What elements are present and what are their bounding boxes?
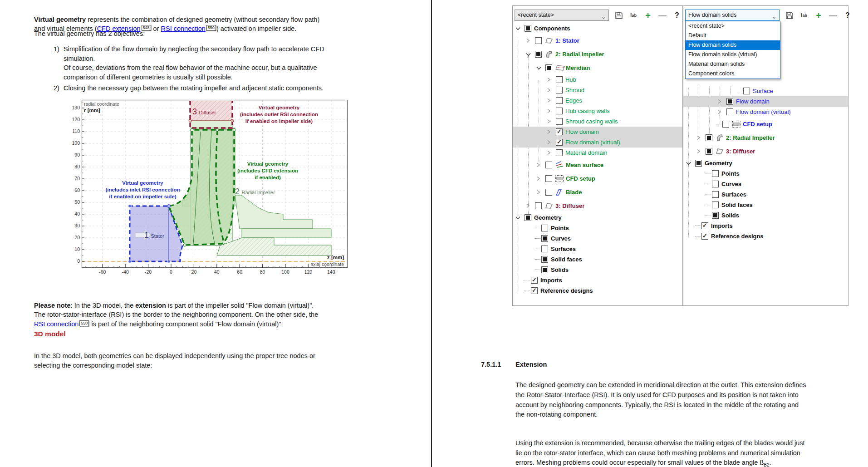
- checkbox[interactable]: [706, 148, 712, 155]
- chevron-closed-icon[interactable]: [536, 162, 545, 168]
- checkbox[interactable]: [535, 51, 542, 58]
- checkbox[interactable]: [556, 118, 563, 125]
- chevron-closed-icon[interactable]: [526, 202, 535, 209]
- chevron-closed-icon[interactable]: [717, 98, 726, 105]
- chevron-closed-icon[interactable]: [536, 175, 545, 182]
- tree-item-cfd-setup[interactable]: CFD setup: [683, 117, 848, 131]
- tree-item-points[interactable]: Points: [683, 168, 848, 179]
- remove-icon[interactable]: —: [657, 10, 668, 20]
- checkbox[interactable]: [531, 277, 538, 284]
- tree-item-1-stator[interactable]: 1: Stator: [513, 34, 682, 47]
- page-ref-badge[interactable]: 550: [79, 320, 89, 326]
- checkbox[interactable]: [726, 108, 733, 115]
- chevron-closed-icon[interactable]: [717, 109, 726, 115]
- checkbox[interactable]: [535, 37, 542, 44]
- chevron-open-icon[interactable]: [526, 51, 535, 57]
- checkbox[interactable]: [701, 233, 708, 240]
- tree-item-curves[interactable]: Curves: [683, 179, 848, 189]
- checkbox[interactable]: [535, 202, 542, 209]
- tree-item-hub-casing-walls[interactable]: Hub casing walls: [513, 106, 682, 116]
- tree-item-flow-domain-virtual[interactable]: Flow domain (virtual): [513, 137, 682, 147]
- tree-item-shroud-casing-walls[interactable]: Shroud casing walls: [513, 116, 682, 127]
- tree-item-mean-surface[interactable]: Mean surface: [513, 158, 682, 172]
- tree-item-curves[interactable]: Curves: [513, 233, 682, 244]
- dropdown-option[interactable]: Default: [686, 31, 780, 40]
- checkbox[interactable]: [525, 214, 531, 221]
- tree-item-flow-domain-virtual[interactable]: Flow domain (virtual): [683, 107, 848, 117]
- checkbox[interactable]: [545, 189, 552, 196]
- tree-item-solids[interactable]: Solids: [513, 265, 682, 275]
- rename-icon[interactable]: Iab: [628, 10, 639, 20]
- tree-item-meridian[interactable]: Meridian: [513, 61, 682, 74]
- checkbox[interactable]: [531, 287, 538, 294]
- checkbox[interactable]: [556, 139, 563, 146]
- tree-item-imports[interactable]: Imports: [513, 275, 682, 285]
- chevron-closed-icon[interactable]: [696, 148, 706, 154]
- rename-icon[interactable]: Iab: [799, 10, 809, 20]
- chevron-closed-icon[interactable]: [536, 189, 545, 195]
- tree-item-hub[interactable]: Hub: [513, 74, 682, 85]
- tree-item-solid-faces[interactable]: Solid faces: [513, 254, 682, 265]
- chevron-closed-icon[interactable]: [696, 134, 706, 141]
- tree-item-flow-domain[interactable]: Flow domain: [683, 96, 848, 107]
- chevron-closed-icon[interactable]: [547, 108, 556, 114]
- chevron-closed-icon[interactable]: [547, 139, 556, 146]
- checkbox[interactable]: [712, 212, 719, 219]
- checkbox[interactable]: [556, 76, 563, 83]
- tree-item-geometry[interactable]: Geometry: [683, 158, 848, 168]
- tree-item-blade[interactable]: Blade: [513, 185, 682, 199]
- chevron-closed-icon[interactable]: [526, 37, 535, 44]
- dropdown-option[interactable]: Component colors: [686, 69, 780, 79]
- save-icon[interactable]: [613, 10, 624, 20]
- chevron-open-icon[interactable]: [686, 160, 695, 167]
- checkbox[interactable]: [545, 175, 552, 182]
- checkbox[interactable]: [743, 88, 750, 94]
- chevron-open-icon[interactable]: [515, 25, 525, 32]
- tree-item-shroud[interactable]: Shroud: [513, 85, 682, 95]
- chevron-closed-icon[interactable]: [547, 77, 556, 83]
- tree-item-2-radial-impeller[interactable]: 2: Radial Impeller: [683, 131, 848, 144]
- tree-item-material-domain[interactable]: Material domain: [513, 147, 682, 158]
- checkbox[interactable]: [541, 235, 548, 242]
- state-selector-1[interactable]: <recent state> ⌄: [515, 10, 609, 21]
- checkbox[interactable]: [556, 108, 563, 114]
- checkbox[interactable]: [556, 149, 563, 156]
- tree-item-3-diffuser[interactable]: 3: Diffuser: [513, 199, 682, 212]
- chevron-closed-icon[interactable]: [547, 98, 556, 104]
- help-icon[interactable]: ?: [672, 10, 682, 20]
- checkbox[interactable]: [541, 225, 548, 231]
- checkbox[interactable]: [706, 134, 712, 141]
- tree-item-edges[interactable]: Edges: [513, 95, 682, 106]
- tree-item-surface[interactable]: Surface: [683, 86, 848, 96]
- chevron-closed-icon[interactable]: [547, 150, 556, 156]
- chevron-open-icon[interactable]: [515, 215, 525, 221]
- checkbox[interactable]: [701, 222, 708, 229]
- tree-item-2-radial-impeller[interactable]: 2: Radial Impeller: [513, 47, 682, 61]
- state-selector-2[interactable]: Flow domain solids ⌄: [685, 10, 780, 21]
- tree-item-solid-faces[interactable]: Solid faces: [683, 200, 848, 210]
- dropdown-option[interactable]: Flow domain solids (virtual): [686, 50, 780, 59]
- checkbox[interactable]: [541, 246, 548, 252]
- remove-icon[interactable]: —: [828, 10, 839, 20]
- checkbox[interactable]: [712, 202, 719, 208]
- tree-item-geometry[interactable]: Geometry: [513, 212, 682, 223]
- checkbox[interactable]: [556, 128, 563, 135]
- checkbox[interactable]: [541, 266, 548, 273]
- checkbox[interactable]: [726, 98, 733, 105]
- tree-item-components[interactable]: Components: [513, 23, 682, 34]
- tree-item-flow-domain[interactable]: Flow domain: [513, 127, 682, 137]
- checkbox[interactable]: [545, 162, 552, 168]
- checkbox[interactable]: [712, 191, 719, 198]
- chevron-closed-icon[interactable]: [547, 118, 556, 125]
- chevron-closed-icon[interactable]: [547, 87, 556, 93]
- tree-item-cfd-setup[interactable]: CFD setup: [513, 172, 682, 185]
- checkbox[interactable]: [712, 181, 719, 187]
- checkbox[interactable]: [545, 64, 552, 71]
- tree-item-surfaces[interactable]: Surfaces: [683, 189, 848, 200]
- dropdown-option[interactable]: Material domain solids: [686, 59, 780, 69]
- help-icon[interactable]: ?: [842, 10, 853, 20]
- dropdown-option[interactable]: <recent state>: [686, 21, 780, 31]
- checkbox[interactable]: [712, 170, 719, 177]
- chevron-closed-icon[interactable]: [547, 129, 556, 135]
- tree-item-surfaces[interactable]: Surfaces: [513, 244, 682, 254]
